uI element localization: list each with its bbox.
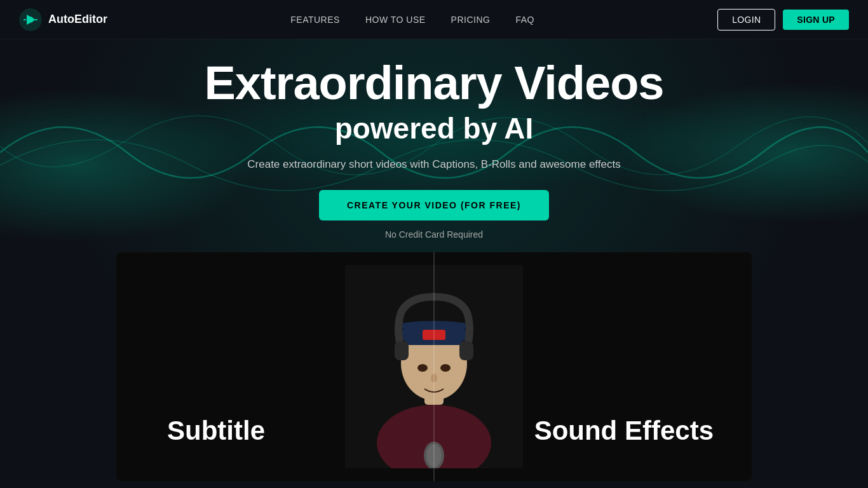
svg-rect-15 xyxy=(395,341,409,360)
svg-point-17 xyxy=(417,364,428,372)
nav-links: FEATURES HOW TO USE PRICING FAQ xyxy=(290,15,534,25)
video-inner: Subtitle Sound Effects xyxy=(116,252,752,481)
svg-point-18 xyxy=(440,364,451,372)
logo-icon xyxy=(19,8,42,31)
hero-description: Create extraordinary short videos with C… xyxy=(247,158,620,171)
nav-faq[interactable]: FAQ xyxy=(515,15,534,25)
svg-rect-16 xyxy=(459,341,473,360)
nav-how-to-use[interactable]: HOW TO USE xyxy=(365,15,426,25)
signup-button[interactable]: SIGN UP xyxy=(783,10,849,30)
navbar: AutoEditor FEATURES HOW TO USE PRICING F… xyxy=(0,0,868,39)
video-preview: Subtitle Sound Effects xyxy=(116,252,752,481)
hero-title-sub: powered by AI xyxy=(335,111,534,146)
nav-pricing[interactable]: PRICING xyxy=(451,15,491,25)
logo[interactable]: AutoEditor xyxy=(19,8,107,31)
nav-actions: LOGIN SIGN UP xyxy=(717,9,849,30)
video-label-subtitle: Subtitle xyxy=(167,416,265,446)
login-button[interactable]: LOGIN xyxy=(717,9,775,30)
video-label-sound-effects: Sound Effects xyxy=(534,416,714,446)
hero-title-main: Extraordinary Videos xyxy=(204,57,663,109)
video-divider xyxy=(433,252,435,481)
nav-features[interactable]: FEATURES xyxy=(290,15,340,25)
no-credit-card-text: No Credit Card Required xyxy=(385,229,483,240)
hero-section: Extraordinary Videos powered by AI Creat… xyxy=(0,0,868,488)
cta-button[interactable]: CREATE YOUR VIDEO (FOR FREE) xyxy=(319,190,549,220)
brand-name: AutoEditor xyxy=(48,13,107,26)
